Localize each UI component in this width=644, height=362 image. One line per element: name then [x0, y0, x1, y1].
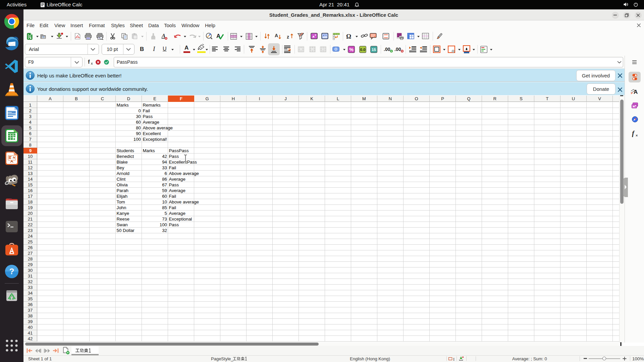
- svg-text:x: x: [91, 61, 93, 65]
- svg-text:A: A: [275, 33, 278, 38]
- svg-text:f: f: [88, 59, 90, 65]
- svg-text:15: 15: [372, 48, 376, 52]
- svg-text:I: I: [453, 357, 454, 361]
- svg-text:Ω: Ω: [346, 33, 351, 40]
- svg-text:0.0: 0.0: [360, 48, 366, 52]
- svg-text:.00: .00: [394, 47, 401, 52]
- svg-text:.00: .00: [384, 47, 390, 52]
- svg-text:×: ×: [636, 133, 638, 137]
- svg-text:f: f: [632, 130, 635, 137]
- svg-text:z: z: [287, 34, 289, 40]
- svg-text:%: %: [349, 47, 354, 52]
- svg-text:?: ?: [9, 267, 14, 276]
